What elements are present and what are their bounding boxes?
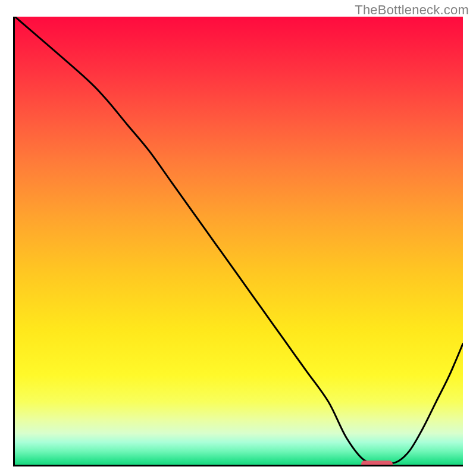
bottleneck-curve-path — [15, 17, 463, 464]
plot-area — [13, 17, 463, 466]
curve-svg — [15, 17, 463, 465]
optimal-marker — [361, 461, 393, 466]
chart-container: TheBottleneck.com — [0, 0, 476, 476]
watermark-text: TheBottleneck.com — [355, 2, 469, 18]
